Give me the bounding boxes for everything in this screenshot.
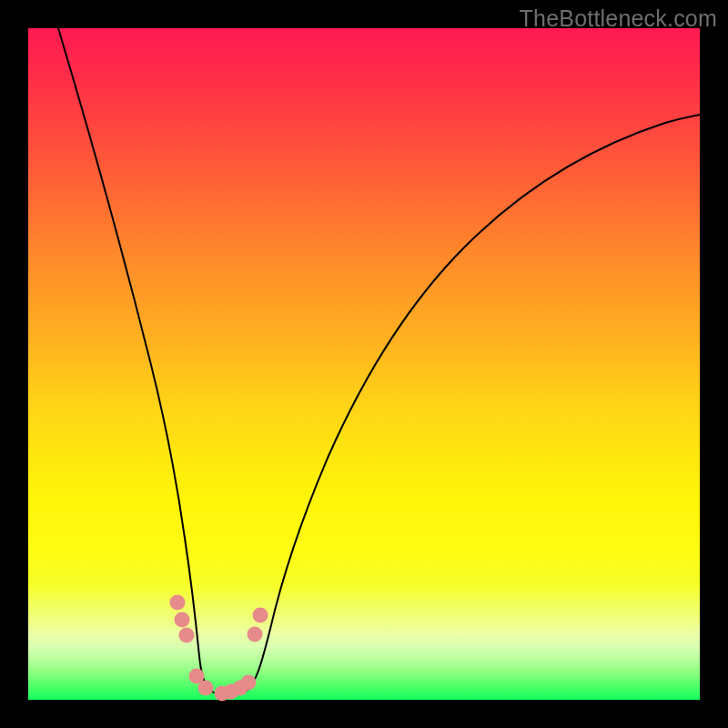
- marker-dot: [198, 681, 214, 696]
- chart-frame: TheBottleneck.com: [0, 0, 728, 728]
- marker-dot: [179, 628, 195, 643]
- marker-dot: [170, 595, 186, 611]
- marker-dot: [175, 612, 190, 628]
- marker-dot: [241, 675, 257, 691]
- marker-dot: [248, 627, 263, 642]
- marker-group: [170, 595, 268, 702]
- marker-dot: [253, 608, 268, 623]
- curve-layer: [28, 28, 700, 700]
- bottleneck-curve: [58, 28, 700, 695]
- plot-area: [28, 28, 700, 700]
